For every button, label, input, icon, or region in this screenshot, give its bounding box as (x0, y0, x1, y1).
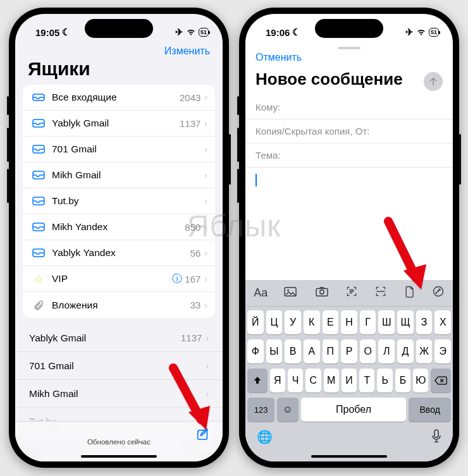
key[interactable]: М (324, 369, 339, 393)
key[interactable]: Л (378, 339, 395, 363)
key[interactable]: А (304, 339, 320, 363)
chevron-right-icon: › (204, 274, 207, 284)
mailbox-row-attachments[interactable]: Вложения 33 › (23, 292, 215, 318)
paperclip-icon (30, 300, 47, 311)
mailbox-row[interactable]: Mikh Gmail › (23, 162, 215, 188)
key[interactable]: Ф (247, 339, 264, 363)
airplane-icon: ✈ (405, 27, 414, 38)
key[interactable]: Т (359, 369, 374, 393)
key[interactable]: Н (341, 310, 357, 334)
chevron-right-icon: › (204, 248, 207, 258)
moon-icon: ☾ (62, 27, 70, 38)
mailbox-count: 2043 (180, 92, 200, 103)
shift-key[interactable] (247, 369, 268, 393)
key[interactable]: Е (323, 310, 339, 334)
home-indicator[interactable] (311, 455, 387, 458)
account-row[interactable]: Yablyk Gmail 1137 › (15, 324, 223, 352)
info-icon[interactable]: ⓘ (172, 272, 182, 286)
chevron-right-icon: › (204, 92, 207, 102)
mailbox-row-vip[interactable]: ☆ VIP ⓘ 167 › (23, 266, 215, 292)
enter-key[interactable]: Ввод (409, 398, 451, 422)
markup-button[interactable] (432, 285, 445, 301)
key[interactable]: Д (397, 339, 414, 363)
mailbox-label: Tut.by (47, 195, 200, 207)
key[interactable]: Ж (416, 339, 433, 363)
mailbox-row[interactable]: Tut.by › (23, 188, 215, 214)
numbers-key[interactable]: 123 (247, 398, 274, 422)
key[interactable]: Р (341, 339, 357, 363)
key[interactable]: Ы (266, 339, 283, 363)
key[interactable]: П (323, 339, 339, 363)
chevron-right-icon: › (204, 170, 207, 180)
sync-status: Обновлено сейчас (87, 438, 151, 446)
key[interactable]: У (285, 310, 301, 334)
compose-title: Новое сообщение (245, 67, 413, 95)
cc-field[interactable]: Копия/Скрытая копия, От: (245, 119, 453, 143)
key[interactable]: Ш (378, 310, 395, 334)
star-icon: ☆ (30, 273, 47, 285)
edit-button[interactable]: Изменить (164, 46, 210, 57)
emoji-key[interactable]: ☺ (277, 398, 298, 422)
cancel-button[interactable]: Отменить (256, 52, 302, 63)
format-button[interactable]: Aa (254, 286, 268, 300)
key[interactable]: О (360, 339, 376, 363)
tray-icon (30, 223, 47, 231)
key[interactable]: Б (395, 369, 410, 393)
status-time: 19:06 (266, 27, 290, 38)
account-label: Yablyk Gmail (29, 333, 181, 344)
sheet-grabber[interactable] (338, 47, 360, 49)
key[interactable]: К (304, 310, 320, 334)
mailbox-label: 701 Gmail (47, 143, 200, 155)
chevron-right-icon: › (204, 144, 207, 154)
battery-icon: 51 (199, 28, 209, 37)
kb-row-1: Й Ц У К Е Н Г Ш Щ З Х (247, 310, 451, 334)
key[interactable]: Ц (266, 310, 283, 334)
key[interactable]: Я (270, 369, 285, 393)
key[interactable]: Х (434, 310, 451, 334)
globe-key[interactable]: 🌐 (257, 429, 273, 446)
key[interactable]: Ч (288, 369, 303, 393)
mailbox-label: Mikh Gmail (47, 169, 200, 181)
key[interactable]: Щ (397, 310, 414, 334)
kb-row-4: 123 ☺ Пробел Ввод (247, 398, 451, 422)
key[interactable]: И (342, 369, 357, 393)
key[interactable]: Г (360, 310, 376, 334)
mailbox-row[interactable]: Mikh Yandex 850 › (23, 214, 215, 240)
key[interactable]: З (416, 310, 433, 334)
photo-library-button[interactable] (284, 286, 298, 300)
mailbox-row[interactable]: 701 Gmail › (23, 137, 215, 162)
scan-text-button[interactable] (345, 285, 358, 301)
key[interactable]: Ь (377, 369, 392, 393)
tray-all-icon (30, 92, 47, 102)
chevron-right-icon: › (206, 333, 209, 343)
mailbox-row[interactable]: Все входящие 2043 › (23, 85, 215, 111)
mailbox-count: 850 (185, 222, 200, 233)
wifi-icon (416, 27, 426, 38)
mailbox-label: Yablyk Yandex (47, 247, 190, 259)
mailbox-row[interactable]: Yablyk Gmail 1137 › (23, 111, 215, 137)
mailbox-count: 167 (185, 274, 200, 284)
to-field[interactable]: Кому: (245, 95, 453, 119)
kb-row-3: Я Ч С М И Т Ь Б Ю (247, 369, 451, 393)
space-key[interactable]: Пробел (301, 398, 407, 422)
mailbox-label: VIP (47, 273, 172, 284)
mic-key[interactable] (431, 429, 441, 446)
mailbox-label: Mikh Yandex (47, 221, 185, 233)
tray-icon (30, 145, 47, 154)
send-button[interactable] (424, 72, 443, 91)
home-indicator[interactable] (81, 455, 157, 458)
tray-icon (30, 171, 47, 180)
tray-icon (30, 119, 47, 128)
mailbox-count: 56 (190, 248, 201, 259)
backspace-key[interactable] (431, 369, 451, 393)
status-time: 19:05 (35, 27, 59, 38)
key[interactable]: В (285, 339, 301, 363)
key[interactable]: Й (247, 310, 264, 334)
camera-button[interactable] (315, 286, 329, 300)
mailbox-row[interactable]: Yablyk Yandex 56 › (23, 240, 215, 266)
key[interactable]: Э (434, 339, 451, 363)
key[interactable]: Ю (413, 369, 428, 393)
key[interactable]: С (305, 369, 321, 393)
subject-field[interactable]: Тема: (245, 143, 453, 168)
body-textarea[interactable] (245, 168, 453, 193)
